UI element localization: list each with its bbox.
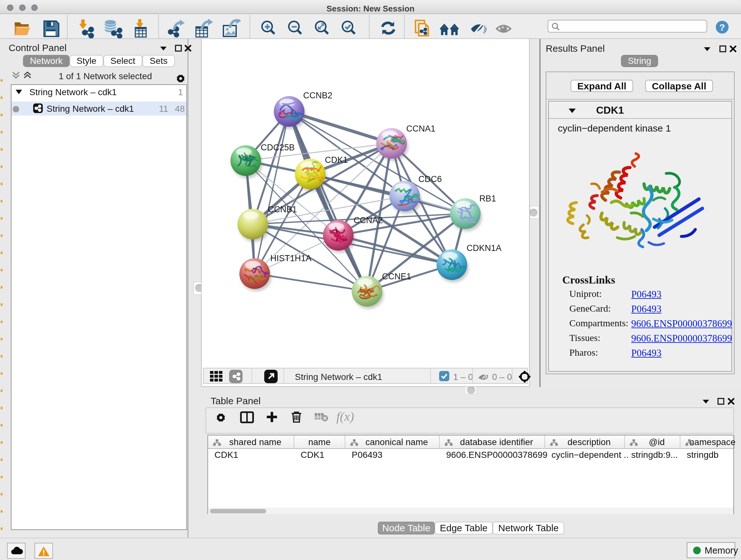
svg-text:HIST1H1A: HIST1H1A [270, 253, 312, 263]
svg-text:CCNB1: CCNB1 [268, 205, 297, 214]
svg-text:?: ? [719, 22, 725, 33]
svg-text:CCNA2: CCNA2 [354, 215, 383, 225]
svg-text:RB1: RB1 [479, 194, 496, 203]
svg-text:CDK1: CDK1 [325, 155, 348, 165]
svg-text:CDC6: CDC6 [418, 174, 442, 184]
svg-text:CCNE1: CCNE1 [382, 272, 411, 281]
svg-text:CCNA1: CCNA1 [406, 124, 435, 133]
svg-text:CDKN1A: CDKN1A [467, 243, 502, 253]
svg-text:CDC25B: CDC25B [261, 143, 295, 152]
svg-text:CCNB2: CCNB2 [303, 91, 333, 100]
